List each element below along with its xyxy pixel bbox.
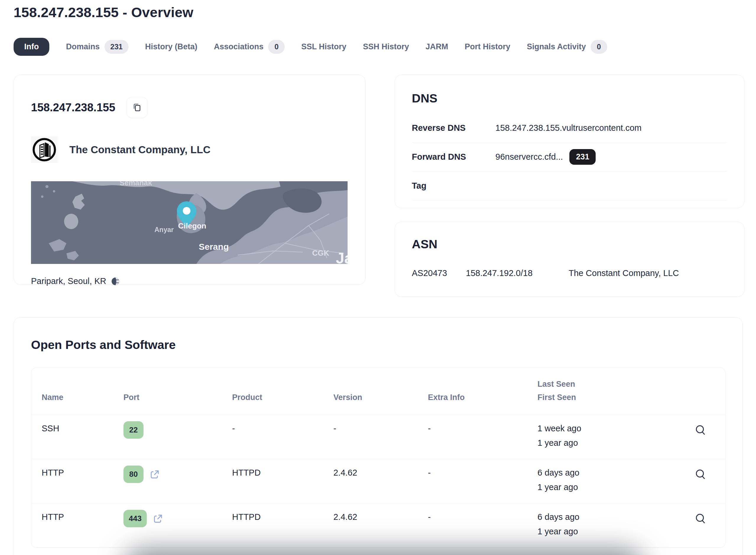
dns-row: Tag <box>412 172 727 201</box>
col-first-seen: First Seen <box>538 393 665 402</box>
tab-label: Associations <box>214 42 263 51</box>
tab-count-badge: 0 <box>268 40 285 54</box>
forward-dns-count-badge[interactable]: 231 <box>570 149 596 165</box>
col-name: Name <box>42 393 123 415</box>
ports-table-header: Name Port Product Version Extra Info Las… <box>31 368 725 415</box>
asn-organization: The Constant Company, LLC <box>569 268 679 278</box>
tab[interactable]: JARM <box>426 42 448 51</box>
port-table-row: SSH 22 - - - 1 week ago 1 year ago <box>31 415 725 459</box>
copy-icon <box>132 102 142 113</box>
ip-summary-card: 158.247.238.155 <box>13 75 366 285</box>
extra-info-cell: - <box>428 468 538 478</box>
company-logo <box>31 136 57 163</box>
tab[interactable]: History (Beta) <box>145 42 197 51</box>
first-seen-value: 1 year ago <box>538 527 665 537</box>
search-icon <box>694 512 708 526</box>
copy-ip-button[interactable] <box>126 97 148 118</box>
globe-icon <box>111 277 120 286</box>
svg-text:Serang: Serang <box>199 242 229 252</box>
first-seen-value: 1 year ago <box>538 482 665 492</box>
service-name: HTTP <box>42 468 123 478</box>
dns-row: Forward DNS 96nservercc.cfd... 231 <box>412 142 727 172</box>
last-seen-value: 6 days ago <box>538 512 665 522</box>
ports-table: Name Port Product Version Extra Info Las… <box>31 367 725 548</box>
svg-text:Semanak: Semanak <box>120 181 152 187</box>
extra-info-cell: - <box>428 512 538 522</box>
col-port: Port <box>123 393 232 415</box>
inspect-port-button[interactable] <box>694 468 708 481</box>
asn-number: AS20473 <box>412 268 466 278</box>
tab-label: History (Beta) <box>145 42 197 51</box>
dns-row-value: 96nservercc.cfd... <box>496 152 563 162</box>
col-product: Product <box>232 393 333 415</box>
tab[interactable]: Info <box>13 38 49 56</box>
external-link-icon[interactable] <box>153 513 163 524</box>
asn-cidr: 158.247.192.0/18 <box>466 268 569 278</box>
svg-text:CGK: CGK <box>312 249 329 257</box>
tab[interactable]: SSH History <box>363 42 409 51</box>
svg-text:Anyar: Anyar <box>155 226 174 233</box>
version-cell: 2.4.62 <box>333 512 428 522</box>
port-badge: 22 <box>123 421 143 439</box>
tab[interactable]: SSL History <box>301 42 346 51</box>
tab-count-badge: 231 <box>104 40 129 54</box>
port-table-row: HTTP 443 HTTPD 2.4.62 - 6 days ago <box>31 503 725 548</box>
inspect-port-button[interactable] <box>694 424 708 437</box>
dns-row-label: Reverse DNS <box>412 123 496 133</box>
dns-row-label: Tag <box>412 181 496 191</box>
geolocation-map[interactable]: Semanak Anyar Cilegon Serang CGK Ja <box>31 181 347 264</box>
tab-count-badge: 0 <box>591 40 607 54</box>
asn-card: ASN AS20473 158.247.192.0/18 The Constan… <box>394 222 745 297</box>
dns-row-value: 158.247.238.155.vultrusercontent.com <box>496 123 642 133</box>
port-badge: 443 <box>123 510 147 527</box>
search-icon <box>694 424 708 437</box>
open-ports-title: Open Ports and Software <box>31 338 725 352</box>
tab[interactable]: Domains 231 <box>66 40 128 54</box>
first-seen-value: 1 year ago <box>538 438 665 448</box>
svg-text:Cilegon: Cilegon <box>178 221 206 230</box>
version-cell: - <box>333 424 428 433</box>
inspect-port-button[interactable] <box>694 512 708 526</box>
version-cell: 2.4.62 <box>333 468 428 478</box>
dns-row: Reverse DNS 158.247.238.155.vultrusercon… <box>412 114 727 142</box>
port-table-row: HTTP 80 HTTPD 2.4.62 - 6 days ago <box>31 459 725 503</box>
dns-row-label: Forward DNS <box>412 152 496 162</box>
svg-text:Ja: Ja <box>336 250 347 264</box>
service-name: HTTP <box>42 512 123 522</box>
last-seen-value: 1 week ago <box>538 424 665 433</box>
geo-location-text: Paripark, Seoul, KR <box>31 276 106 286</box>
asn-card-title: ASN <box>412 237 727 251</box>
product-cell: - <box>232 424 333 433</box>
port-badge: 80 <box>123 466 143 483</box>
product-cell: HTTPD <box>232 468 333 478</box>
tab[interactable]: Port History <box>465 42 510 51</box>
dns-card-title: DNS <box>412 91 727 105</box>
col-version: Version <box>333 393 428 415</box>
external-link-icon[interactable] <box>150 469 160 480</box>
col-extra-info: Extra Info <box>428 393 538 415</box>
tab[interactable]: Associations 0 <box>214 40 285 54</box>
tab-label: Domains <box>66 42 99 51</box>
ip-address: 158.247.238.155 <box>31 101 115 114</box>
tab-bar: Info Domains 231 History (Beta) Associat… <box>13 36 745 57</box>
search-icon <box>694 468 708 481</box>
tab[interactable]: Signals Activity 0 <box>527 40 607 54</box>
tab-label: SSL History <box>301 42 346 51</box>
col-last-seen: Last Seen <box>538 380 665 389</box>
company-name: The Constant Company, LLC <box>70 144 211 156</box>
last-seen-value: 6 days ago <box>538 468 665 478</box>
page-title: 158.247.238.155 - Overview <box>13 4 745 20</box>
tab-label: SSH History <box>363 42 409 51</box>
tab-label: Signals Activity <box>527 42 586 51</box>
open-ports-card: Open Ports and Software Name Port Produc… <box>13 317 743 555</box>
dns-card: DNS Reverse DNS 158.247.238.155.vultruse… <box>394 75 745 208</box>
tab-label: JARM <box>426 42 448 51</box>
product-cell: HTTPD <box>232 512 333 522</box>
extra-info-cell: - <box>428 424 538 433</box>
tab-label: Port History <box>465 42 510 51</box>
tab-label: Info <box>24 42 39 51</box>
service-name: SSH <box>42 424 123 433</box>
